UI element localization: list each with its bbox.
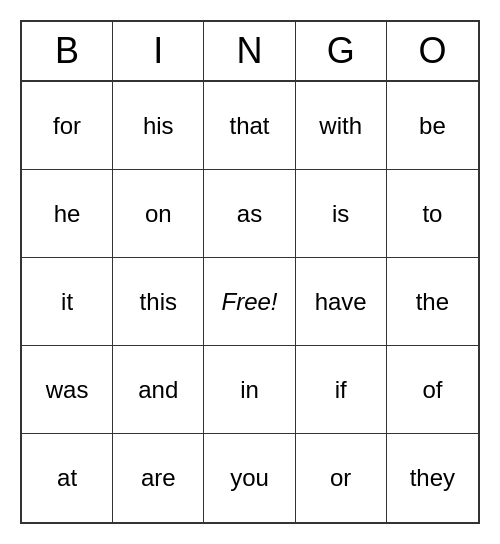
cell-and[interactable]: and bbox=[113, 346, 204, 434]
free-space[interactable]: Free! bbox=[204, 258, 295, 346]
bingo-grid: forhisthatwithbeheonasistoitthisFree!hav… bbox=[22, 82, 478, 522]
cell-it[interactable]: it bbox=[22, 258, 113, 346]
cell-be[interactable]: be bbox=[387, 82, 478, 170]
cell-as[interactable]: as bbox=[204, 170, 295, 258]
bingo-card: BINGO forhisthatwithbeheonasistoitthisFr… bbox=[20, 20, 480, 524]
cell-his[interactable]: his bbox=[113, 82, 204, 170]
header-letter-n: N bbox=[204, 22, 295, 80]
cell-of[interactable]: of bbox=[387, 346, 478, 434]
cell-on[interactable]: on bbox=[113, 170, 204, 258]
cell-with[interactable]: with bbox=[296, 82, 387, 170]
cell-to[interactable]: to bbox=[387, 170, 478, 258]
cell-at[interactable]: at bbox=[22, 434, 113, 522]
cell-they[interactable]: they bbox=[387, 434, 478, 522]
cell-or[interactable]: or bbox=[296, 434, 387, 522]
cell-he[interactable]: he bbox=[22, 170, 113, 258]
cell-are[interactable]: are bbox=[113, 434, 204, 522]
cell-if[interactable]: if bbox=[296, 346, 387, 434]
cell-for[interactable]: for bbox=[22, 82, 113, 170]
cell-have[interactable]: have bbox=[296, 258, 387, 346]
header-letter-o: O bbox=[387, 22, 478, 80]
cell-in[interactable]: in bbox=[204, 346, 295, 434]
cell-this[interactable]: this bbox=[113, 258, 204, 346]
cell-was[interactable]: was bbox=[22, 346, 113, 434]
bingo-header: BINGO bbox=[22, 22, 478, 82]
cell-that[interactable]: that bbox=[204, 82, 295, 170]
cell-the[interactable]: the bbox=[387, 258, 478, 346]
cell-you[interactable]: you bbox=[204, 434, 295, 522]
cell-is[interactable]: is bbox=[296, 170, 387, 258]
header-letter-g: G bbox=[296, 22, 387, 80]
header-letter-b: B bbox=[22, 22, 113, 80]
header-letter-i: I bbox=[113, 22, 204, 80]
